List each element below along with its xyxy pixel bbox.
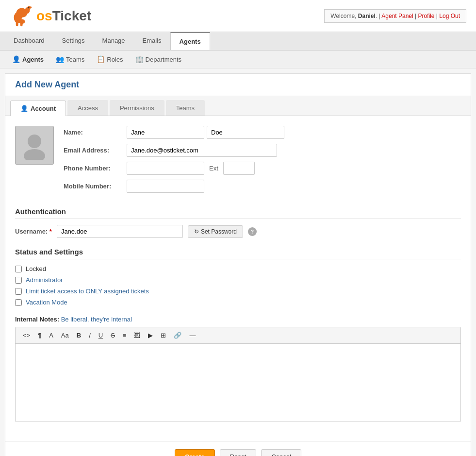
internal-notes-hint: Be liberal, they're internal bbox=[61, 316, 132, 323]
username-label: Username: * bbox=[15, 228, 52, 235]
status-section: Status and Settings Locked Administrator… bbox=[15, 248, 461, 306]
page-content: Add New Agent 👤 Account Access Permissio… bbox=[5, 73, 471, 456]
subnav-roles[interactable]: 📋 Roles bbox=[92, 53, 128, 65]
toolbar-italic-btn[interactable]: I bbox=[86, 330, 93, 340]
user-name: Daniel bbox=[358, 13, 376, 19]
phone-row: Phone Number: Ext bbox=[64, 162, 461, 175]
checkbox-vacation-row: Vacation Mode bbox=[15, 299, 461, 306]
tab-account[interactable]: 👤 Account bbox=[10, 101, 66, 116]
agents-icon: 👤 bbox=[12, 55, 20, 63]
mobile-input-wrap bbox=[127, 180, 204, 193]
form-area: Name: Email Address: Phone Number: bbox=[5, 116, 471, 441]
mobile-row: Mobile Number: bbox=[64, 180, 461, 193]
subnav-departments[interactable]: 🏢 Departments bbox=[131, 53, 186, 65]
page-title: Add New Agent bbox=[15, 80, 461, 90]
toolbar-media-btn[interactable]: ▶ bbox=[146, 330, 155, 340]
name-label: Name: bbox=[64, 129, 127, 136]
nav-manage[interactable]: Manage bbox=[94, 32, 134, 50]
svg-point-8 bbox=[28, 7, 29, 8]
profile-section: Name: Email Address: Phone Number: bbox=[15, 126, 461, 198]
welcome-text: Welcome, bbox=[330, 13, 356, 19]
phone-input-wrap: Ext bbox=[127, 162, 255, 175]
tab-teams[interactable]: Teams bbox=[166, 100, 205, 116]
reset-button[interactable]: Reset bbox=[220, 449, 257, 456]
header-user-info: Welcome, Daniel. | Agent Panel | Profile… bbox=[324, 9, 466, 23]
nav-settings[interactable]: Settings bbox=[53, 32, 94, 50]
account-icon: 👤 bbox=[20, 105, 28, 112]
limit-checkbox[interactable] bbox=[15, 288, 22, 295]
ext-input[interactable] bbox=[223, 162, 255, 175]
checkbox-admin-row: Administrator bbox=[15, 276, 461, 284]
form-tabs: 👤 Account Access Permissions Teams bbox=[5, 96, 471, 116]
editor-container: <> ¶ A Aa B I U S ≡ 🖼 ▶ ⊞ 🔗 — bbox=[15, 327, 461, 422]
locked-label[interactable]: Locked bbox=[26, 265, 46, 272]
subnav-agents[interactable]: 👤 Agents bbox=[7, 53, 49, 65]
logo: osTicket bbox=[10, 5, 91, 27]
avatar bbox=[15, 126, 54, 165]
editor-body[interactable] bbox=[16, 344, 460, 422]
toolbar-fontsize-btn[interactable]: Aa bbox=[59, 330, 71, 340]
departments-icon: 🏢 bbox=[135, 55, 144, 63]
form-footer: Create Reset Cancel bbox=[5, 441, 471, 456]
svg-point-3 bbox=[30, 6, 32, 8]
refresh-icon: ↻ bbox=[194, 228, 199, 235]
subnav-teams[interactable]: 👥 Teams bbox=[51, 53, 89, 65]
internal-notes-label: Internal Notes: Be liberal, they're inte… bbox=[15, 316, 461, 323]
tab-access[interactable]: Access bbox=[67, 100, 108, 116]
auth-header: Authentication bbox=[15, 207, 461, 219]
nav-agents[interactable]: Agents bbox=[170, 32, 210, 50]
name-row: Name: bbox=[64, 126, 461, 139]
email-row: Email Address: bbox=[64, 144, 461, 157]
locked-checkbox[interactable] bbox=[15, 266, 22, 272]
vacation-label[interactable]: Vacation Mode bbox=[26, 299, 67, 306]
logo-text: osTicket bbox=[36, 8, 91, 24]
help-icon[interactable]: ? bbox=[248, 227, 257, 236]
fields-box: Name: Email Address: Phone Number: bbox=[64, 126, 461, 198]
auth-section: Authentication Username: * ↻ Set Passwor… bbox=[15, 207, 461, 238]
ext-label: Ext bbox=[209, 165, 218, 172]
tab-permissions[interactable]: Permissions bbox=[110, 100, 164, 116]
toolbar-hr-btn[interactable]: — bbox=[187, 330, 198, 340]
logo-icon bbox=[10, 5, 34, 27]
phone-input[interactable] bbox=[127, 162, 204, 175]
toolbar-list-btn[interactable]: ≡ bbox=[120, 330, 129, 340]
mobile-input[interactable] bbox=[127, 180, 204, 193]
header: osTicket Welcome, Daniel. | Agent Panel … bbox=[0, 0, 476, 32]
name-inputs bbox=[127, 126, 284, 139]
admin-label[interactable]: Administrator bbox=[26, 276, 63, 284]
required-marker: * bbox=[49, 228, 52, 235]
email-label: Email Address: bbox=[64, 147, 127, 154]
toolbar-para-btn[interactable]: ¶ bbox=[35, 330, 44, 340]
toolbar-table-btn[interactable]: ⊞ bbox=[158, 330, 168, 340]
svg-point-9 bbox=[28, 135, 41, 148]
avatar-icon bbox=[20, 131, 49, 160]
first-name-input[interactable] bbox=[127, 126, 204, 139]
sub-nav: 👤 Agents 👥 Teams 📋 Roles 🏢 Departments bbox=[0, 51, 476, 68]
toolbar-bold-btn[interactable]: B bbox=[74, 330, 83, 340]
email-input[interactable] bbox=[127, 144, 277, 157]
limit-label[interactable]: Limit ticket access to ONLY assigned tic… bbox=[26, 287, 149, 295]
username-input[interactable] bbox=[57, 225, 183, 238]
agent-panel-link[interactable]: Agent Panel bbox=[381, 13, 413, 19]
vacation-checkbox[interactable] bbox=[15, 299, 22, 306]
set-password-button[interactable]: ↻ Set Password bbox=[188, 225, 243, 238]
logout-link[interactable]: Log Out bbox=[439, 13, 460, 19]
status-header: Status and Settings bbox=[15, 248, 461, 259]
profile-link[interactable]: Profile bbox=[418, 13, 434, 19]
nav-dashboard[interactable]: Dashboard bbox=[5, 32, 53, 50]
toolbar-code-btn[interactable]: <> bbox=[20, 330, 33, 340]
teams-icon: 👥 bbox=[56, 55, 64, 63]
admin-checkbox[interactable] bbox=[15, 277, 22, 284]
nav-emails[interactable]: Emails bbox=[134, 32, 170, 50]
create-button[interactable]: Create bbox=[175, 449, 214, 456]
svg-rect-7 bbox=[20, 22, 23, 26]
toolbar-link-btn[interactable]: 🔗 bbox=[171, 330, 184, 340]
editor-toolbar: <> ¶ A Aa B I U S ≡ 🖼 ▶ ⊞ 🔗 — bbox=[16, 327, 460, 344]
page-title-area: Add New Agent bbox=[5, 74, 471, 96]
cancel-button[interactable]: Cancel bbox=[261, 449, 301, 456]
toolbar-font-btn[interactable]: A bbox=[47, 330, 56, 340]
last-name-input[interactable] bbox=[207, 126, 284, 139]
toolbar-image-btn[interactable]: 🖼 bbox=[131, 330, 143, 340]
toolbar-underline-btn[interactable]: U bbox=[96, 330, 105, 340]
toolbar-strike-btn[interactable]: S bbox=[108, 330, 117, 340]
